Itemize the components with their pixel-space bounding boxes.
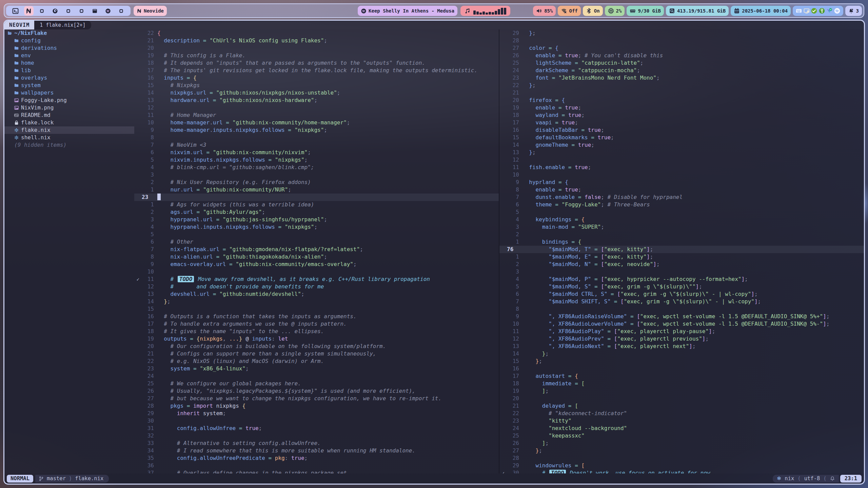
code-line[interactable]: 20 firefox = { (499, 97, 864, 104)
code-line-current[interactable]: 23 (134, 194, 499, 201)
code-line[interactable]: 32 (134, 432, 499, 440)
code-line[interactable]: 6 theme = "Foggy-Lake"; # Three-Bears (499, 201, 864, 208)
code-line[interactable]: 8 enable = true; (499, 186, 864, 194)
code-line[interactable]: 24 darkScheme = "catppuccin-mocha"; (499, 67, 864, 74)
tree-item-flake-lock[interactable]: flake.lock (4, 119, 134, 126)
clock-module[interactable]: 2025-06-18 00:04 (731, 6, 791, 16)
tray-keepassxc-icon[interactable] (819, 8, 825, 14)
code-line[interactable]: 17 # The inputs' git revisions get locke… (134, 67, 499, 74)
code-line[interactable]: 31 config.allowUnfree = true; (134, 425, 499, 432)
code-line[interactable]: 1 bindings = { (499, 238, 864, 246)
code-line[interactable]: 20 (499, 395, 864, 402)
code-line[interactable]: 34 # I read somewhere that this is more … (134, 447, 499, 454)
code-line[interactable]: 7 dunst.enable = false; # Disable for hy… (499, 194, 864, 201)
code-line[interactable]: 14 }; (134, 298, 499, 305)
code-line[interactable]: 8 (134, 134, 499, 141)
code-line[interactable]: 3 (134, 171, 499, 179)
code-line[interactable]: 28 (499, 37, 864, 44)
code-line[interactable]: 9 emacs-overlay.url = "github:nix-commun… (134, 261, 499, 268)
code-line[interactable]: 18 immediate = [ (499, 380, 864, 387)
code-line[interactable]: 19 # This config is a Flake. (134, 52, 499, 59)
code-line[interactable]: 17 # To handle extra arguments we use th… (134, 320, 499, 328)
code-line[interactable]: 37 # Overlays define changes in the nixp… (134, 469, 499, 473)
code-line[interactable]: ✓30 # TODO Doesn't work, use focus_on_ac… (499, 469, 864, 473)
code-line[interactable]: 12 (134, 104, 499, 111)
code-line[interactable]: 12 (499, 156, 864, 164)
code-line[interactable]: 9 ", XF86AudioRaiseVolume" = ["exec, wpc… (499, 313, 864, 320)
code-line[interactable]: 36 (134, 462, 499, 469)
code-line[interactable]: 7 # NeoVim <3 (134, 141, 499, 149)
code-line[interactable]: 2 ags.url = "github:Aylur/ags"; (134, 208, 499, 216)
workspace-2-active[interactable] (24, 6, 34, 16)
editor-pane-right[interactable]: 29 };2827 color = {26 enable = true; # Y… (499, 29, 864, 473)
code-line[interactable]: 6 "$mainMod CTRL, S" = ["exec, grim -g \… (499, 290, 864, 298)
code-line[interactable]: 15 }; (499, 358, 864, 365)
code-line[interactable]: 9 home-manager.inputs.nixpkgs.follows = … (134, 126, 499, 134)
code-line[interactable]: 21 description = "ChUrl's NixOS config u… (134, 37, 499, 44)
code-line[interactable]: 10 ", XF86AudioLowerVolume" = ["exec, wp… (499, 320, 864, 328)
code-line[interactable]: 29 windowrules = [ (499, 462, 864, 469)
code-line[interactable]: 22 # e.g. NixOS (linux) and MacOS (darwi… (134, 358, 499, 365)
tree-item-nixvim-png[interactable]: NixVim.png (4, 104, 134, 111)
code-line[interactable]: 13 }; (499, 149, 864, 156)
code-line[interactable]: 14 }; (499, 350, 864, 358)
code-line[interactable]: 5 (134, 231, 499, 238)
tree-item-env[interactable]: env (4, 52, 134, 59)
code-line[interactable]: 18 wayland = true; (499, 111, 864, 119)
code-line[interactable]: 10 (134, 268, 499, 276)
code-line[interactable]: 4 keybindings = { (499, 216, 864, 223)
code-line[interactable]: 1 nur.url = "github:nix-community/NUR"; (134, 186, 499, 194)
code-line[interactable]: 29 inherit system; (134, 410, 499, 417)
workspace-9[interactable] (115, 6, 128, 16)
code-line[interactable]: 29 }; (499, 29, 864, 37)
code-line[interactable]: 18 # It gives the name "inputs" to the .… (134, 328, 499, 335)
network-module[interactable]: Off (558, 6, 580, 16)
tray-keyboard-icon[interactable] (796, 8, 802, 14)
code-line[interactable]: 1 # Ags for widgets (this was a terrible… (134, 201, 499, 208)
code-line[interactable]: 24 "nextcloud --background" (499, 425, 864, 432)
code-line[interactable]: 18 # It depends on "inputs" that are pas… (134, 59, 499, 67)
code-line[interactable]: 23 system = "x86_64-linux"; (134, 365, 499, 372)
code-line[interactable]: 27 color = { (499, 44, 864, 52)
code-line[interactable]: 25 "keepassxc" (499, 432, 864, 440)
tree-item-overlays[interactable]: overlays (4, 74, 134, 82)
code-line[interactable]: 13 devshell.url = "github:numtide/devshe… (134, 290, 499, 298)
ram-module[interactable]: 9/30 GiB (627, 6, 664, 16)
tray-check-circle-icon[interactable] (811, 8, 817, 14)
code-line[interactable]: 3 main-mod = "SUPER"; (499, 223, 864, 231)
code-line[interactable]: 10 (499, 171, 864, 179)
tree-item-foggy-lake-png[interactable]: Foggy-Lake.png (4, 97, 134, 104)
code-line[interactable]: 15 # Nixpkgs (134, 82, 499, 89)
code-line[interactable]: 26 enable = true; # You can't disable th… (499, 52, 864, 59)
code-line[interactable]: 5 "$mainMod, S" = ["exec, grim -g \"$(sl… (499, 283, 864, 290)
tree-item-system[interactable]: system (4, 82, 134, 89)
code-line[interactable]: 33 # Alternative to setting config.allow… (134, 440, 499, 447)
code-line[interactable]: 2 # Nix User Repository (e.g. Firefox ad… (134, 179, 499, 186)
code-line[interactable]: 6 nixvim.url = "github:nix-community/nix… (134, 149, 499, 156)
code-line[interactable]: 26 ]; (499, 440, 864, 447)
code-line[interactable]: 11 ", XF86AudioPlay" = ["exec, playerctl… (499, 328, 864, 335)
workspace-8[interactable] (101, 6, 115, 16)
code-line[interactable]: 20 (134, 44, 499, 52)
code-line[interactable]: 16 (499, 365, 864, 372)
code-line[interactable]: 22{ (134, 29, 499, 37)
code-line[interactable]: 17 vaapi = true; (499, 119, 864, 126)
code-line[interactable]: 6 # Other (134, 238, 499, 246)
editor-pane-left[interactable]: 22{21 description = "ChUrl's NixOS confi… (134, 29, 499, 473)
code-line[interactable]: 19 outputs = {nixpkgs, ...} @ inputs: le… (134, 335, 499, 343)
code-line-current[interactable]: 76 "$mainMod, T" = ["exec, kitty"]; (499, 246, 864, 253)
workspace-4[interactable] (48, 6, 62, 16)
workspace-3[interactable] (35, 6, 48, 16)
code-line[interactable]: 35 config.allowUnfreePredicate = pkg: tr… (134, 454, 499, 462)
code-line[interactable]: 25 # We configure our global packages he… (134, 380, 499, 387)
tree-item-lib[interactable]: lib (4, 67, 134, 74)
tray-protonvpn-icon[interactable] (826, 8, 832, 14)
tree-item-readme-md[interactable]: README.md (4, 111, 134, 119)
code-line[interactable]: 26 # Usually, "nixpkgs.legacyPackages.${… (134, 387, 499, 395)
code-line[interactable]: 25 lightScheme = "catppuccin-latte"; (499, 59, 864, 67)
volume-module[interactable]: 85% (533, 6, 556, 16)
code-line[interactable]: 4 # blink-cmp.url = "github:saghen/blink… (134, 164, 499, 171)
code-line[interactable]: 21 delayed = [ (499, 402, 864, 410)
tray-spotify-light-icon[interactable] (834, 8, 840, 14)
code-line[interactable]: 21 # Configs can support more than a sin… (134, 350, 499, 358)
